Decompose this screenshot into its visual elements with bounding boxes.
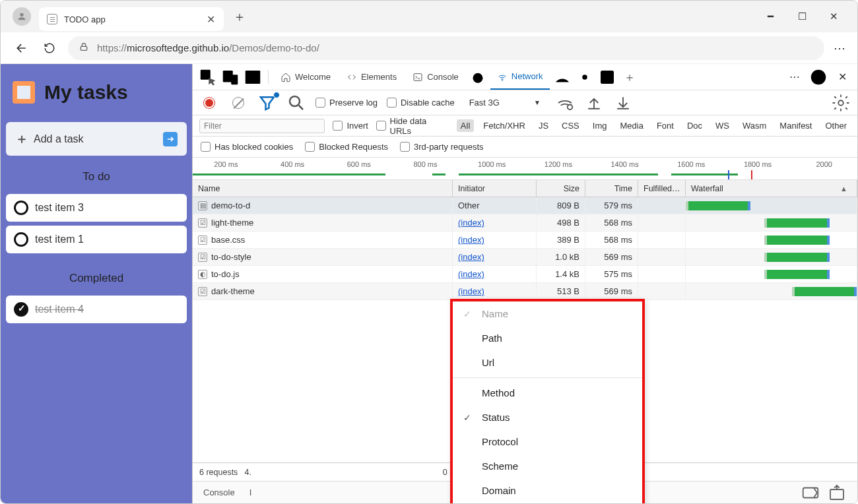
tab-close-icon[interactable]: ✕ — [205, 14, 216, 24]
throttle-select[interactable]: Fast 3G▼ — [464, 96, 546, 109]
network-conditions-icon[interactable] — [555, 93, 575, 113]
col-waterfall[interactable]: Waterfall▲ — [686, 180, 857, 197]
radio-icon[interactable] — [14, 201, 28, 215]
import-har-icon[interactable] — [584, 93, 604, 113]
browser-menu-button[interactable]: ⋯ — [834, 41, 845, 55]
type-filter-fetch/xhr[interactable]: Fetch/XHR — [479, 119, 529, 132]
drawer-tab-console[interactable]: Console — [203, 488, 235, 497]
fulfilled-cell — [638, 214, 686, 231]
type-filter-font[interactable]: Font — [653, 119, 678, 132]
time-cell: 569 ms — [585, 283, 638, 299]
svg-point-16 — [838, 100, 843, 106]
application-icon[interactable] — [597, 67, 617, 87]
ctx-item-scheme[interactable]: Scheme — [453, 454, 642, 478]
export-har-icon[interactable] — [613, 93, 633, 113]
ctx-item-path[interactable]: Path — [453, 326, 642, 350]
timeline-overview[interactable]: 200 ms400 ms600 ms800 ms1000 ms1200 ms14… — [193, 158, 857, 180]
tab-elements[interactable]: Elements — [340, 64, 403, 90]
new-tab-button[interactable]: ＋ — [233, 8, 246, 26]
close-devtools-icon[interactable]: ✕ — [832, 67, 852, 87]
size-cell: 498 B — [537, 214, 585, 231]
col-size[interactable]: Size — [537, 180, 585, 197]
ctx-item-domain[interactable]: Domain — [453, 478, 642, 503]
type-filter-css[interactable]: CSS — [558, 119, 583, 132]
tab-network[interactable]: Network — [490, 64, 550, 90]
task-item-done[interactable]: test item 4 — [6, 296, 187, 323]
table-row[interactable]: ☑base.css (index) 389 B 568 ms — [193, 232, 857, 249]
initiator-cell[interactable]: Other — [453, 197, 537, 214]
type-filter-manifest[interactable]: Manifest — [776, 119, 816, 132]
hide-data-urls-checkbox[interactable]: Hide data URLs — [376, 116, 449, 136]
type-filter-js[interactable]: JS — [535, 119, 552, 132]
disable-cache-checkbox[interactable]: Disable cache — [387, 98, 455, 108]
profile-avatar[interactable] — [13, 7, 31, 26]
initiator-cell[interactable]: (index) — [453, 232, 537, 248]
invert-checkbox[interactable]: Invert — [333, 121, 368, 131]
col-name[interactable]: Name — [193, 180, 453, 197]
window-minimize-icon[interactable]: ━ — [764, 10, 777, 23]
performance-icon[interactable] — [552, 67, 572, 87]
filter-input[interactable] — [199, 119, 325, 133]
type-filter-img[interactable]: Img — [589, 119, 611, 132]
type-filter-all[interactable]: All — [457, 119, 474, 132]
type-filter-ws[interactable]: WS — [711, 119, 733, 132]
window-maximize-icon[interactable]: ☐ — [795, 10, 808, 23]
type-filter-doc[interactable]: Doc — [683, 119, 706, 132]
browser-tab[interactable]: ☰ TODO app ✕ — [39, 7, 224, 31]
task-item[interactable]: test item 3 — [6, 194, 187, 222]
help-icon[interactable] — [808, 67, 828, 87]
more-tools-icon[interactable]: ⋯ — [785, 67, 805, 87]
refresh-button[interactable] — [40, 39, 59, 57]
request-name: demo-to-d — [211, 201, 250, 210]
check-icon[interactable] — [14, 302, 28, 317]
table-row[interactable]: ☑light-theme (index) 498 B 568 ms — [193, 214, 857, 232]
tab-welcome[interactable]: Welcome — [274, 64, 337, 90]
address-bar[interactable]: https://microsoftedge.github.io/Demos/de… — [68, 36, 824, 60]
type-filter-wasm[interactable]: Wasm — [739, 119, 770, 132]
dock-side-icon[interactable] — [243, 67, 263, 87]
initiator-cell[interactable]: (index) — [453, 214, 537, 231]
search-icon[interactable] — [286, 93, 306, 113]
ctx-item-protocol[interactable]: Protocol — [453, 429, 642, 454]
task-item[interactable]: test item 1 — [6, 226, 187, 253]
ctx-item-method[interactable]: Method — [453, 381, 642, 405]
col-initiator[interactable]: Initiator — [453, 180, 537, 197]
has-blocked-cookies-checkbox[interactable]: Has blocked cookies — [201, 142, 293, 152]
table-row[interactable]: ▤demo-to-d Other 809 B 579 ms — [193, 197, 857, 214]
add-task-input[interactable]: ＋ Add a task ➜ — [6, 122, 187, 156]
drawer-errors-icon[interactable] — [801, 483, 820, 503]
type-filter-media[interactable]: Media — [616, 119, 647, 132]
ctx-item-url[interactable]: Url — [453, 350, 642, 375]
window-close-icon[interactable]: ✕ — [827, 10, 840, 23]
record-button[interactable] — [199, 93, 219, 113]
table-row[interactable]: ☑to-do-style (index) 1.0 kB 569 ms — [193, 249, 857, 266]
tab-console[interactable]: Console — [406, 64, 465, 90]
back-button[interactable] — [13, 39, 31, 57]
initiator-cell[interactable]: (index) — [453, 283, 537, 299]
drawer-tab-issues[interactable]: I — [249, 488, 252, 497]
initiator-cell[interactable]: (index) — [453, 249, 537, 265]
inspect-element-icon[interactable] — [198, 67, 218, 87]
col-fulfilled[interactable]: Fulfilled… — [638, 180, 686, 197]
table-header-row[interactable]: Name Initiator Size Time Fulfilled… Wate… — [193, 180, 857, 197]
gear-icon[interactable] — [575, 67, 595, 87]
blocked-requests-checkbox[interactable]: Blocked Requests — [305, 142, 388, 152]
bug-icon[interactable] — [468, 67, 488, 87]
preserve-log-checkbox[interactable]: Preserve log — [315, 98, 378, 108]
submit-arrow-icon[interactable]: ➜ — [163, 132, 178, 146]
initiator-cell[interactable]: (index) — [453, 266, 537, 282]
device-toggle-icon[interactable] — [220, 67, 240, 87]
type-filter-other[interactable]: Other — [821, 119, 851, 132]
radio-icon[interactable] — [14, 232, 28, 247]
drawer-expand-icon[interactable] — [827, 483, 847, 503]
ctx-item-status[interactable]: Status — [453, 405, 642, 429]
col-time[interactable]: Time — [585, 180, 638, 197]
add-tab-icon[interactable]: ＋ — [620, 67, 640, 87]
clear-button[interactable] — [228, 93, 248, 113]
network-settings-icon[interactable] — [831, 93, 851, 113]
waterfall-cell — [686, 214, 857, 231]
filter-toggle-icon[interactable] — [257, 93, 277, 113]
third-party-checkbox[interactable]: 3rd-party requests — [400, 142, 484, 152]
table-row[interactable]: ◐to-do.js (index) 1.4 kB 575 ms — [193, 266, 857, 283]
table-row[interactable]: ☑dark-theme (index) 513 B 569 ms — [193, 283, 857, 300]
